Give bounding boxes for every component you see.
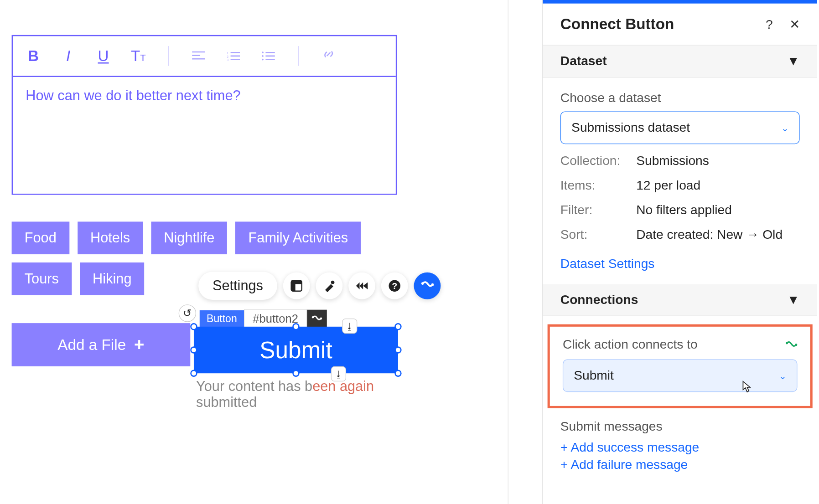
- element-connect-icon[interactable]: [307, 310, 327, 327]
- svg-rect-17: [291, 281, 301, 284]
- tag-hotels[interactable]: Hotels: [78, 221, 143, 254]
- dataset-settings-link[interactable]: Dataset Settings: [560, 256, 655, 271]
- chevron-down-icon: ⌄: [781, 122, 789, 133]
- rte-toolbar: B I U TT 123: [13, 36, 396, 77]
- bullet-list-icon[interactable]: [260, 47, 277, 65]
- kv-key: Collection:: [560, 154, 636, 169]
- add-success-message-link[interactable]: + Add success message: [560, 440, 800, 455]
- svg-text:3: 3: [227, 58, 228, 61]
- kv-value: Date created: New → Old: [636, 227, 783, 242]
- resize-handle[interactable]: [190, 346, 197, 353]
- undo-icon[interactable]: ↺: [179, 304, 196, 322]
- panel-help-icon[interactable]: ?: [766, 16, 773, 31]
- connect-button-panel: Connect Button ? ✕ Dataset ▼ Choose a da…: [543, 0, 817, 504]
- vertical-divider: [508, 0, 543, 504]
- dataset-select-value: Submissions dataset: [571, 120, 690, 135]
- resize-handle[interactable]: [190, 323, 197, 330]
- connect-data-icon: [786, 339, 798, 351]
- animation-icon[interactable]: [348, 273, 375, 299]
- svg-text:?: ?: [392, 281, 397, 291]
- settings-button[interactable]: Settings: [198, 272, 277, 299]
- click-action-label: Click action connects to: [563, 337, 698, 352]
- underline-icon[interactable]: U: [94, 47, 112, 65]
- tag-nightlife[interactable]: Nightlife: [151, 221, 227, 254]
- resize-handle[interactable]: [190, 370, 197, 377]
- plus-icon: +: [134, 335, 144, 355]
- svg-point-21: [421, 282, 424, 285]
- numbered-list-icon[interactable]: 123: [225, 47, 242, 65]
- tag-food[interactable]: Food: [12, 221, 69, 254]
- resize-handle[interactable]: [292, 370, 299, 377]
- panel-header: Connect Button ? ✕: [543, 4, 817, 46]
- dataset-section-header[interactable]: Dataset ▼: [543, 46, 817, 77]
- svg-point-18: [331, 281, 334, 284]
- help-icon[interactable]: ?: [381, 273, 408, 299]
- kv-value: 12 per load: [636, 178, 700, 193]
- svg-point-22: [431, 283, 433, 286]
- status-line-1: Your content has been again: [196, 378, 394, 394]
- close-icon[interactable]: ✕: [789, 16, 800, 31]
- textsize-icon[interactable]: TT: [130, 47, 147, 65]
- svg-point-14: [262, 58, 264, 60]
- resize-handle[interactable]: [394, 346, 401, 353]
- svg-point-26: [795, 344, 797, 346]
- tag-hiking[interactable]: Hiking: [80, 262, 145, 295]
- svg-point-25: [786, 342, 788, 344]
- panel-title: Connect Button: [560, 15, 674, 33]
- resize-handle[interactable]: [394, 323, 401, 330]
- kv-key: Filter:: [560, 202, 636, 217]
- status-messages: Your content has been again submitted: [196, 378, 394, 411]
- chevron-down-icon: ▼: [787, 292, 800, 307]
- rich-text-editor: B I U TT 123 How can we do it: [12, 35, 397, 195]
- add-file-button[interactable]: Add a File +: [12, 323, 191, 366]
- submit-button-selection: Submit ⭳ ⭳: [194, 327, 398, 373]
- status-line-2: submitted: [196, 394, 394, 411]
- layout-icon[interactable]: [283, 273, 310, 299]
- kv-key: Items:: [560, 178, 636, 193]
- svg-point-12: [262, 51, 264, 53]
- submit-button[interactable]: Submit: [194, 327, 398, 373]
- dataset-select[interactable]: Submissions dataset ⌄: [560, 111, 800, 144]
- editor-canvas: B I U TT 123 How can we do it: [0, 0, 508, 504]
- design-icon[interactable]: [316, 273, 342, 299]
- click-action-highlight: Click action connects to Submit ⌄: [548, 324, 813, 408]
- connect-data-icon[interactable]: [414, 273, 441, 299]
- rte-textarea[interactable]: How can we do it better next time?: [13, 77, 396, 194]
- bold-icon[interactable]: B: [25, 47, 42, 65]
- svg-point-13: [262, 55, 264, 57]
- choose-dataset-label: Choose a dataset: [560, 90, 800, 105]
- dataset-title: Dataset: [560, 54, 607, 69]
- chevron-down-icon: ⌄: [779, 370, 787, 381]
- link-icon[interactable]: [320, 47, 337, 65]
- add-failure-message-link[interactable]: + Add failure message: [560, 458, 800, 473]
- svg-point-24: [320, 318, 322, 320]
- kv-value: Submissions: [636, 154, 709, 169]
- click-action-select[interactable]: Submit ⌄: [563, 359, 798, 392]
- svg-point-23: [312, 316, 314, 319]
- dataset-section-body: Choose a dataset Submissions dataset ⌄ C…: [543, 77, 817, 284]
- separator: [298, 46, 299, 66]
- tag-family-activities[interactable]: Family Activities: [235, 221, 361, 254]
- add-file-label: Add a File: [57, 336, 126, 354]
- resize-handle[interactable]: [292, 323, 299, 330]
- connections-title: Connections: [560, 292, 638, 307]
- element-type-label: Button: [200, 310, 244, 327]
- download-icon[interactable]: ⭳: [342, 319, 357, 334]
- kv-value: No filters applied: [636, 202, 732, 217]
- element-label-bar: Button #button2: [200, 309, 327, 328]
- italic-icon[interactable]: I: [60, 47, 77, 65]
- submit-messages-group: Submit messages + Add success message + …: [543, 408, 817, 484]
- separator: [168, 46, 169, 66]
- align-left-icon[interactable]: [190, 47, 207, 65]
- kv-key: Sort:: [560, 227, 636, 242]
- chevron-down-icon: ▼: [787, 54, 800, 69]
- click-action-value: Submit: [574, 368, 614, 383]
- element-floating-toolbar: Settings ?: [198, 272, 441, 299]
- tag-tours[interactable]: Tours: [12, 262, 72, 295]
- connections-section-header[interactable]: Connections ▼: [543, 284, 817, 316]
- submit-messages-title: Submit messages: [560, 419, 800, 434]
- resize-handle[interactable]: [394, 370, 401, 377]
